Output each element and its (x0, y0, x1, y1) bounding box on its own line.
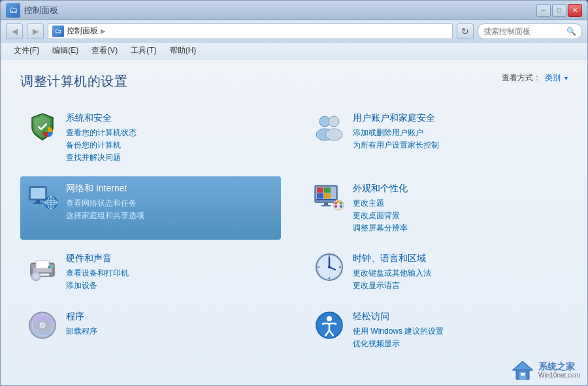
programs-text: 程序 卸载程序 (66, 310, 274, 338)
address-separator: ▶ (101, 27, 106, 35)
programs-link-1[interactable]: 卸载程序 (66, 325, 274, 338)
window-title: 控制面板 (24, 5, 58, 16)
network-link-2[interactable]: 选择家庭组和共享选项 (66, 210, 274, 222)
user-accounts-text: 用户账户和家庭安全 添加或删除用户账户 为所有用户设置家长控制 (353, 111, 561, 152)
view-label: 查看方式： (502, 72, 541, 84)
appearance-link-2[interactable]: 更改桌面背景 (353, 210, 561, 222)
svg-point-35 (50, 266, 53, 268)
hardware-link-1[interactable]: 查看设备和打印机 (66, 267, 274, 280)
forward-button[interactable]: ▶ (27, 24, 44, 39)
svg-rect-8 (33, 202, 42, 204)
hardware-text: 硬件和声音 查看设备和打印机 添加设备 (66, 251, 274, 292)
network-title[interactable]: 网络和 Internet (66, 183, 274, 195)
restore-button[interactable]: □ (552, 4, 566, 17)
menu-bar: 文件(F) 编辑(E) 查看(V) 工具(T) 帮助(H) (1, 42, 587, 59)
svg-rect-18 (324, 187, 331, 193)
watermark: 系统之家 Win10net.com (511, 360, 580, 381)
clock-title[interactable]: 时钟、语言和区域 (353, 253, 561, 265)
watermark-line2: Win10net.com (538, 372, 580, 379)
search-icon: 🔍 (566, 27, 576, 36)
watermark-text: 系统之家 Win10net.com (538, 361, 580, 380)
view-selector: 查看方式： 类别 ▾ (502, 72, 568, 84)
search-input[interactable] (483, 27, 564, 36)
clock-link-1[interactable]: 更改键盘或其他输入法 (353, 267, 561, 280)
menu-tools[interactable]: 工具(T) (125, 44, 161, 57)
refresh-button[interactable]: ↻ (457, 24, 474, 39)
view-dropdown-button[interactable]: ▾ (564, 74, 568, 82)
address-icon: 🗂 (52, 25, 64, 37)
search-box[interactable]: 🔍 (478, 24, 582, 39)
content-area: 调整计算机的设置 查看方式： 类别 ▾ (1, 59, 587, 385)
address-bar[interactable]: 🗂 控制面板 ▶ (48, 24, 453, 39)
back-button[interactable]: ◀ (6, 24, 23, 39)
category-network[interactable]: 网络和 Internet 查看网络状态和任务 选择家庭组和共享选项 (20, 176, 281, 240)
svg-point-39 (35, 276, 37, 277)
svg-point-27 (340, 202, 342, 204)
page-title: 调整计算机的设置 (20, 72, 127, 90)
categories-grid: 系统和安全 查看您的计算机状态 备份您的计算机 查找并解决问题 (20, 106, 568, 355)
svg-rect-21 (316, 199, 336, 201)
page-header: 调整计算机的设置 查看方式： 类别 ▾ (20, 72, 568, 90)
user-accounts-title[interactable]: 用户账户和家庭安全 (353, 112, 561, 124)
ease-of-access-link-2[interactable]: 优化视频显示 (353, 338, 561, 350)
ease-of-access-title[interactable]: 轻松访问 (353, 311, 561, 323)
svg-rect-23 (321, 205, 331, 206)
svg-point-55 (327, 316, 332, 321)
svg-point-25 (335, 202, 337, 204)
system-security-link-1[interactable]: 查看您的计算机状态 (66, 127, 274, 139)
network-text: 网络和 Internet 查看网络状态和任务 选择家庭组和共享选项 (66, 182, 274, 222)
view-type-link[interactable]: 类别 (545, 72, 561, 84)
svg-rect-17 (317, 187, 323, 193)
nav-bar: ◀ ▶ 🗂 控制面板 ▶ ↻ 🔍 (1, 20, 587, 42)
clock-icon (314, 251, 345, 283)
system-security-title[interactable]: 系统和安全 (66, 112, 274, 124)
svg-point-36 (48, 266, 50, 268)
system-security-icon (27, 111, 58, 142)
appearance-title[interactable]: 外观和个性化 (353, 183, 561, 195)
menu-file[interactable]: 文件(F) (8, 44, 44, 57)
category-appearance[interactable]: 外观和个性化 更改主题 更改桌面背景 调整屏幕分辨率 (307, 176, 568, 240)
appearance-link-3[interactable]: 调整屏幕分辨率 (353, 222, 561, 234)
menu-help[interactable]: 帮助(H) (165, 44, 202, 57)
minimize-button[interactable]: ─ (536, 4, 551, 17)
category-system-security[interactable]: 系统和安全 查看您的计算机状态 备份您的计算机 查找并解决问题 (20, 106, 281, 170)
user-accounts-icon (314, 111, 345, 142)
close-button[interactable]: ✕ (568, 4, 582, 17)
svg-rect-33 (36, 261, 49, 268)
address-text: 控制面板 (67, 25, 98, 37)
svg-rect-7 (36, 200, 40, 202)
clock-link-2[interactable]: 更改显示语言 (353, 280, 561, 292)
title-icon: 🗂 (6, 3, 20, 18)
svg-point-44 (328, 266, 331, 268)
hardware-title[interactable]: 硬件和声音 (66, 253, 274, 265)
category-user-accounts[interactable]: 用户账户和家庭安全 添加或删除用户账户 为所有用户设置家长控制 (307, 106, 568, 170)
svg-point-3 (329, 116, 339, 127)
category-ease-of-access[interactable]: 轻松访问 使用 Windows 建议的设置 优化视频显示 (307, 304, 568, 355)
watermark-icon (511, 360, 534, 381)
ease-of-access-icon (314, 310, 345, 341)
main-window: 🗂 控制面板 ─ □ ✕ ◀ ▶ 🗂 控制面板 ▶ ↻ 🔍 文件(F) 编辑(E… (0, 0, 588, 386)
system-security-link-2[interactable]: 备份您的计算机 (66, 139, 274, 152)
category-programs[interactable]: 程序 卸载程序 (20, 304, 281, 355)
menu-edit[interactable]: 编辑(E) (47, 44, 84, 57)
appearance-text: 外观和个性化 更改主题 更改桌面背景 调整屏幕分辨率 (353, 182, 561, 235)
ease-of-access-link-1[interactable]: 使用 Windows 建议的设置 (353, 325, 561, 338)
programs-icon (27, 310, 58, 341)
network-link-1[interactable]: 查看网络状态和任务 (66, 197, 274, 210)
title-bar: 🗂 控制面板 ─ □ ✕ (1, 1, 587, 20)
user-accounts-link-2[interactable]: 为所有用户设置家长控制 (353, 139, 561, 152)
category-hardware[interactable]: 硬件和声音 查看设备和打印机 添加设备 (20, 246, 281, 297)
menu-view[interactable]: 查看(V) (86, 44, 123, 57)
watermark-line1: 系统之家 (538, 361, 580, 372)
svg-rect-20 (324, 193, 331, 199)
category-clock[interactable]: 时钟、语言和区域 更改键盘或其他输入法 更改显示语言 (307, 246, 568, 297)
user-accounts-link-1[interactable]: 添加或删除用户账户 (353, 127, 561, 139)
svg-rect-6 (31, 188, 45, 199)
svg-point-4 (325, 129, 342, 140)
system-security-link-3[interactable]: 查找并解决问题 (66, 152, 274, 164)
programs-title[interactable]: 程序 (66, 311, 274, 323)
svg-rect-19 (317, 193, 323, 199)
ease-of-access-text: 轻松访问 使用 Windows 建议的设置 优化视频显示 (353, 310, 561, 350)
appearance-link-1[interactable]: 更改主题 (353, 197, 561, 210)
hardware-link-2[interactable]: 添加设备 (66, 280, 274, 292)
